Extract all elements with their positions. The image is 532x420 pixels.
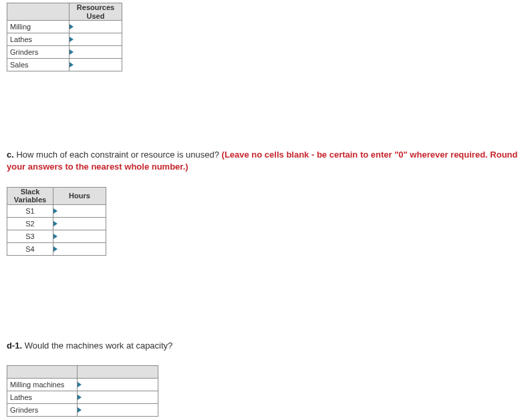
input-caret-icon	[78, 407, 82, 413]
question-d1-label: d-1.	[7, 341, 22, 351]
table-row: S3	[7, 230, 106, 242]
input-caret-icon	[70, 49, 74, 55]
input-caret-icon	[53, 221, 57, 226]
table-row: Milling	[7, 21, 122, 33]
resources-used-input-cell[interactable]	[70, 33, 122, 46]
input-caret-icon	[78, 382, 82, 387]
row-label: S2	[7, 217, 53, 230]
table1-header-blank	[7, 3, 70, 21]
table-row: S1	[7, 204, 106, 217]
slack-variables-table: Slack Variables Hours S1 S2 S3 S4	[7, 187, 106, 256]
resources-used-input-cell[interactable]	[70, 59, 122, 71]
table3-header-blank2	[78, 366, 158, 379]
resources-used-input-cell[interactable]	[70, 21, 122, 33]
capacity-input-cell[interactable]	[78, 391, 158, 404]
row-label: Milling	[7, 21, 70, 33]
input-caret-icon	[70, 62, 74, 67]
question-d1-text: Would the machines work at capacity?	[22, 341, 172, 351]
hours-input-cell[interactable]	[53, 242, 106, 255]
resources-used-input-cell[interactable]	[70, 46, 122, 59]
table-row: Grinders	[7, 46, 122, 59]
table-row: Grinders	[7, 404, 158, 417]
row-label: Sales	[7, 59, 70, 71]
question-c-text: How much of each constraint or resource …	[14, 150, 222, 160]
row-label: S1	[7, 204, 53, 217]
table-row: S2	[7, 217, 106, 230]
row-label: Lathes	[7, 33, 70, 46]
input-caret-icon	[53, 208, 57, 214]
hours-input-cell[interactable]	[53, 204, 106, 217]
question-d1: d-1. Would the machines work at capacity…	[7, 340, 525, 352]
capacity-input-cell[interactable]	[78, 379, 158, 391]
question-c: c. How much of each constraint or resour…	[7, 149, 525, 173]
table2-header-slack-variables: Slack Variables	[7, 187, 53, 204]
row-label: Lathes	[7, 391, 78, 404]
question-c-label: c.	[7, 150, 14, 160]
table-row: S4	[7, 242, 106, 255]
table-row: Sales	[7, 59, 122, 71]
input-caret-icon	[53, 246, 57, 252]
row-label: S4	[7, 242, 53, 255]
table2-header-hours: Hours	[53, 187, 106, 204]
input-caret-icon	[70, 37, 74, 42]
capacity-table: Milling machines Lathes Grinders	[7, 365, 158, 417]
row-label: S3	[7, 230, 53, 242]
table1-header-resources-used: Resources Used	[70, 3, 122, 21]
row-label: Grinders	[7, 404, 78, 417]
input-caret-icon	[53, 234, 57, 239]
row-label: Grinders	[7, 46, 70, 59]
hours-input-cell[interactable]	[53, 217, 106, 230]
table-row: Milling machines	[7, 379, 158, 391]
input-caret-icon	[70, 24, 74, 29]
row-label: Milling machines	[7, 379, 78, 391]
table3-header-blank1	[7, 366, 78, 379]
input-caret-icon	[78, 395, 82, 400]
table-row: Lathes	[7, 33, 122, 46]
resources-used-table: Resources Used Milling Lathes Grinders S…	[7, 3, 122, 71]
hours-input-cell[interactable]	[53, 230, 106, 242]
table-row: Lathes	[7, 391, 158, 404]
capacity-input-cell[interactable]	[78, 404, 158, 417]
